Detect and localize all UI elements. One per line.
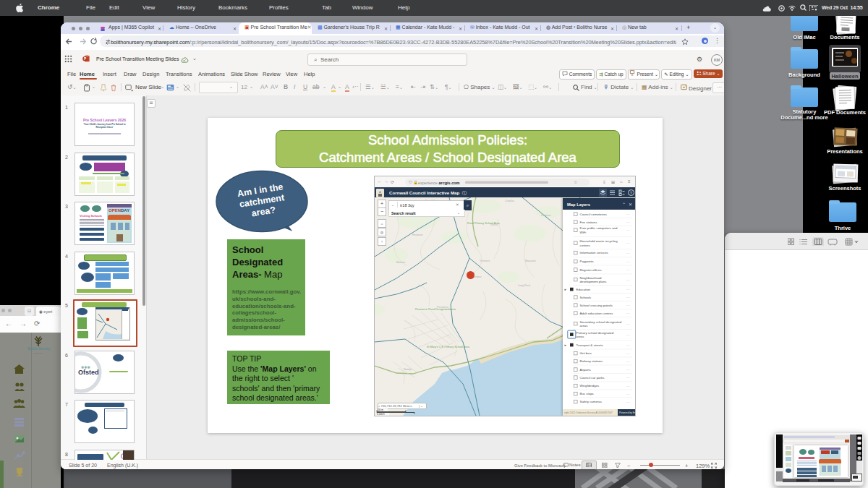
svg-text:+ 766,732.39,782 Meters: + 766,732.39,782 Meters [378,403,412,407]
svg-text:⋯: ⋯ [626,241,630,245]
svg-text:Heamoor: Heamoor [412,234,424,236]
svg-text:Free public computers and: Free public computers and [580,226,618,230]
svg-text:areas: areas [576,335,585,338]
svg-text:⋯: ⋯ [626,359,630,363]
svg-text:Long Rock: Long Rock [518,284,530,287]
svg-text:⌃: ⌃ [622,202,626,207]
svg-text:⋯: ⋯ [626,383,630,388]
svg-text:⋯: ⋯ [626,399,630,403]
svg-text:Register offices: Register offices [580,267,603,271]
svg-text:⋯: ⋯ [626,277,630,281]
svg-text:Madron: Madron [396,261,405,264]
svg-text:⋯: ⋯ [626,212,630,216]
svg-text:⋯: ⋯ [626,287,630,291]
svg-text:Treneere: Treneere [480,260,490,262]
svg-text:School crossing patrols: School crossing patrols [580,303,613,307]
svg-text:Primary school designated: Primary school designated [576,330,614,334]
svg-text:centres: centres [580,243,591,247]
svg-text:WiFi: WiFi [580,230,587,234]
svg-text:Fire stations: Fire stations [580,220,598,223]
svg-text:2,000 ft: 2,000 ft [377,413,385,416]
svg-text:▸: ▸ [565,287,567,291]
svg-text:Council cemeteries: Council cemeteries [580,212,608,215]
svg-text:⋯: ⋯ [626,303,630,307]
svg-text:Paypoints: Paypoints [580,260,595,263]
svg-text:Schools: Schools [580,295,592,299]
svg-text:⋯: ⋯ [626,311,630,315]
svg-text:⋯: ⋯ [626,332,630,336]
svg-text:⋯: ⋯ [626,228,630,232]
svg-text:Neighbourhood: Neighbourhood [580,275,603,279]
svg-text:⋯: ⋯ [626,259,630,263]
svg-text:Adult education centres: Adult education centres [580,311,614,314]
svg-text:Education: Education [576,287,591,291]
svg-text:⋯: ⋯ [626,367,630,372]
svg-text:⋯: ⋯ [626,391,630,395]
svg-text:| ⌄: | ⌄ [419,403,423,407]
svg-text:St Mary's C E Primary School A: St Mary's C E Primary School Area [427,346,470,348]
svg-text:Household waste recycling: Household waste recycling [580,239,618,243]
svg-text:right 2025 Ordnance Survey AC0: right 2025 Ordnance Survey AC0000817567 [564,411,613,414]
svg-text:areas: areas [580,324,589,328]
svg-text:⋯: ⋯ [626,343,630,347]
svg-text:Safety cameras: Safety cameras [580,400,603,403]
svg-text:Weighbridges: Weighbridges [580,384,600,388]
svg-text:?: ? [630,191,633,195]
svg-text:⋯: ⋯ [626,267,630,272]
svg-text:Marazion: Marazion [525,260,536,262]
svg-text:500 m: 500 m [377,408,383,411]
svg-text:tr18 3qy: tr18 3qy [400,203,414,207]
svg-text:Bus stops: Bus stops [580,392,595,395]
svg-text:Information services: Information services [580,251,609,254]
svg-text:Transport & streets: Transport & streets [576,343,604,346]
svg-text:Council car parks: Council car parks [580,375,605,379]
svg-text:⋯: ⋯ [626,250,630,254]
svg-text:⋯: ⋯ [626,295,630,299]
svg-text:Crowlas: Crowlas [505,200,514,202]
svg-text:Grit bins: Grit bins [580,351,592,355]
svg-text:Ludgvan: Ludgvan [541,214,551,217]
svg-text:⋯: ⋯ [626,375,630,380]
svg-text:experience.arcgis.com: experience.arcgis.com [418,180,460,184]
svg-text:⋯: ⋯ [626,220,630,224]
svg-text:Penzance Rural Designated Area: Penzance Rural Designated Area [415,308,456,311]
svg-text:▸: ▸ [565,343,567,347]
svg-text:development plans: development plans [580,280,608,283]
svg-text:Railway stations: Railway stations [580,359,604,363]
svg-text:Powered by Esri: Powered by Esri [619,411,635,414]
svg-text:Rural Primary School Area: Rural Primary School Area [467,222,501,225]
svg-text:⋯: ⋯ [626,321,630,325]
svg-text:✕: ✕ [629,202,632,207]
svg-text:⋯: ⋯ [626,351,630,355]
svg-text:Search result: Search result [391,211,416,215]
svg-text:Airports: Airports [580,367,592,371]
svg-text:Map Layers: Map Layers [567,202,590,207]
svg-text:Secondary school designated: Secondary school designated [580,320,622,323]
